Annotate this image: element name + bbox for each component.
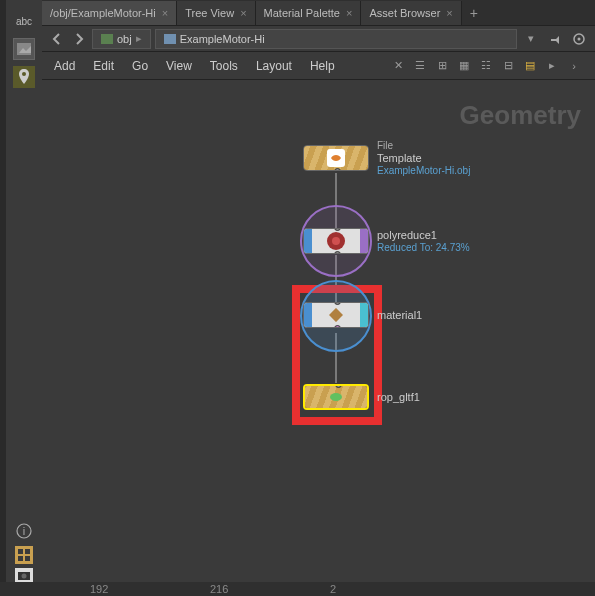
tab-network[interactable]: /obj/ExampleMotor-Hi × (42, 1, 177, 25)
node-rop-gltf[interactable]: rop_gltf1 (303, 384, 420, 410)
file-icon (327, 149, 345, 167)
node-title: rop_gltf1 (377, 391, 420, 403)
svg-rect-16 (329, 308, 343, 322)
svg-text:i: i (23, 525, 25, 537)
svg-point-14 (578, 37, 581, 40)
close-icon[interactable]: × (162, 7, 168, 19)
camera-icon[interactable] (15, 568, 33, 582)
export-icon (327, 388, 345, 406)
list-icon[interactable]: ☰ (411, 57, 429, 75)
abc-icon[interactable]: abc (13, 10, 35, 32)
menu-go[interactable]: Go (132, 59, 148, 73)
palette-icon[interactable]: ▸ (543, 57, 561, 75)
svg-rect-12 (164, 34, 176, 44)
node-subtitle: Reduced To: 24.73% (377, 242, 470, 253)
context-label: Geometry (460, 100, 581, 131)
svg-rect-8 (25, 556, 30, 561)
svg-rect-6 (25, 549, 30, 554)
dropdown-icon[interactable]: ▾ (521, 29, 541, 49)
material-icon (327, 306, 345, 324)
svg-rect-11 (101, 34, 113, 44)
tab-asset-browser[interactable]: Asset Browser × (361, 1, 461, 25)
node-subtitle: ExampleMotor-Hi.obj (377, 165, 470, 176)
svg-point-10 (22, 574, 27, 579)
node-file[interactable]: File Template ExampleMotor-Hi.obj (303, 140, 470, 176)
menu-layout[interactable]: Layout (256, 59, 292, 73)
svg-point-15 (332, 237, 340, 245)
grid-icon[interactable] (15, 546, 33, 564)
chevron-right-icon: ▸ (136, 32, 142, 45)
tree-icon[interactable]: ⊞ (433, 57, 451, 75)
back-button[interactable] (48, 30, 66, 48)
left-toolbar: abc (6, 0, 42, 582)
info-icon[interactable]: i (13, 520, 35, 542)
svg-point-2 (22, 72, 26, 76)
svg-point-17 (330, 393, 342, 401)
wrench-icon[interactable]: ✕ (389, 57, 407, 75)
table-icon[interactable]: ☷ (477, 57, 495, 75)
image-icon[interactable] (13, 38, 35, 60)
polyreduce-icon (327, 232, 345, 250)
pin-marker-icon[interactable] (13, 66, 35, 88)
tab-bar: /obj/ExampleMotor-Hi × Tree View × Mater… (42, 0, 595, 26)
menu-tools[interactable]: Tools (210, 59, 238, 73)
menu-edit[interactable]: Edit (93, 59, 114, 73)
tab-tree-view[interactable]: Tree View × (177, 1, 255, 25)
tab-material-palette[interactable]: Material Palette × (256, 1, 362, 25)
pin-button[interactable] (545, 29, 565, 49)
close-icon[interactable]: × (446, 7, 452, 19)
network-icon (101, 34, 113, 44)
svg-rect-7 (18, 556, 23, 561)
node-title: Template (377, 152, 470, 164)
tab-label: /obj/ExampleMotor-Hi (50, 7, 156, 19)
forward-button[interactable] (70, 30, 88, 48)
chevron-right-icon[interactable]: › (565, 57, 583, 75)
node-title: material1 (377, 309, 422, 321)
path-segment-current[interactable]: ExampleMotor-Hi (155, 29, 517, 49)
menu-help[interactable]: Help (310, 59, 335, 73)
grid-view-icon[interactable]: ▦ (455, 57, 473, 75)
menu-view[interactable]: View (166, 59, 192, 73)
path-bar: obj ▸ ExampleMotor-Hi ▾ (42, 26, 595, 52)
layout-icon[interactable]: ⊟ (499, 57, 517, 75)
add-tab-button[interactable]: + (462, 1, 486, 25)
node-type-label: File (377, 140, 470, 151)
node-material[interactable]: material1 (303, 302, 422, 328)
close-icon[interactable]: × (240, 7, 246, 19)
path-segment-obj[interactable]: obj ▸ (92, 29, 151, 49)
target-icon[interactable] (569, 29, 589, 49)
tab-label: Tree View (185, 7, 234, 19)
node-title: polyreduce1 (377, 229, 470, 241)
ruler: 192 216 2 (0, 582, 595, 596)
svg-rect-5 (18, 549, 23, 554)
tab-label: Asset Browser (369, 7, 440, 19)
tab-label: Material Palette (264, 7, 340, 19)
close-icon[interactable]: × (346, 7, 352, 19)
network-canvas[interactable]: Geometry File Template ExampleMotor-Hi.o… (42, 80, 595, 582)
note-icon[interactable]: ▤ (521, 57, 539, 75)
menu-bar: Add Edit Go View Tools Layout Help ✕ ☰ ⊞… (42, 52, 595, 80)
geo-icon (164, 34, 176, 44)
node-polyreduce[interactable]: polyreduce1 Reduced To: 24.73% (303, 228, 470, 254)
menu-add[interactable]: Add (54, 59, 75, 73)
